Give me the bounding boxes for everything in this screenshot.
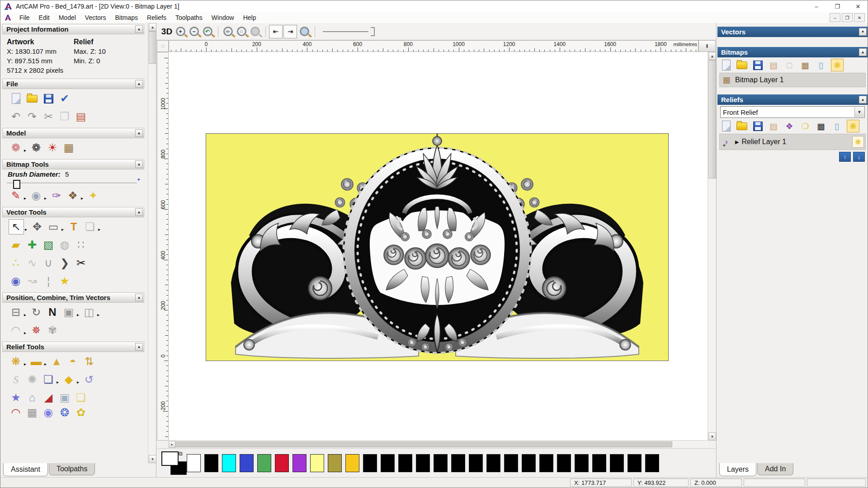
mirror-vectors-icon[interactable]: ¦ [41,274,56,288]
delete-layer-icon[interactable]: ▯ [815,59,827,71]
scroll-up-icon[interactable]: ▲ [708,52,716,60]
collapse-ruler-button[interactable]: ▾▾ [698,40,716,52]
menu-bitmaps[interactable]: Bitmaps [111,13,143,22]
line-width-slider[interactable] [323,27,375,36]
flyout-arrow-icon[interactable]: ▸ [44,361,47,366]
assistant-scrollbar[interactable]: ▲ ▼ [148,23,156,463]
block-copy-icon[interactable]: ✚ [25,238,39,252]
flyout-arrow-icon[interactable]: ▸ [25,227,27,232]
close-button[interactable]: ✕ [848,0,868,12]
group-vectors-icon[interactable]: ▣ [61,305,76,319]
join-vectors-icon[interactable]: ◠ [9,323,23,338]
collapse-button[interactable]: ▲ [135,80,143,88]
palette-swatch-1[interactable] [204,454,218,472]
align-vectors-icon[interactable]: ⊟ [9,305,23,319]
scroll-down-icon[interactable]: ▼ [149,455,156,463]
shape-editor-icon[interactable]: ◆ [61,372,76,387]
carve-wedge-icon[interactable]: ◢ [41,390,56,405]
flyout-arrow-icon[interactable]: ▸ [24,312,26,317]
collapse-button[interactable]: ▲ [135,25,143,33]
palette-swatch-24[interactable] [610,454,624,472]
flyout-arrow-icon[interactable]: ▸ [24,196,26,201]
flyout-arrow-icon[interactable]: ▸ [97,312,99,317]
previous-view-icon[interactable]: ⇤ [269,25,283,38]
zoom-objects-icon[interactable] [249,25,261,38]
fit-vectors-icon[interactable]: ✵ [29,323,43,338]
palette-swatch-13[interactable] [416,454,430,472]
fit-curves-icon[interactable]: ∪ [41,256,56,270]
toggle-all-visibility-icon[interactable]: ❋ [831,59,844,71]
menu-edit[interactable]: Edit [34,13,54,22]
emboss-relief-icon[interactable]: ▣ [57,390,72,405]
minimize-button[interactable]: – [806,0,827,12]
new-model-icon[interactable] [9,91,23,106]
invert-relief-icon[interactable]: ◓ [66,354,80,369]
stack-layers-icon[interactable]: ❖ [783,120,795,132]
basket-weave-icon[interactable]: ▦ [25,406,39,418]
reset-relief-icon[interactable]: ▬ [29,354,43,369]
palette-swatch-10[interactable] [363,454,377,472]
collapse-button[interactable]: ▲ [135,343,143,351]
new-bitmap-layer-icon[interactable] [720,59,732,71]
palette-swatch-18[interactable] [504,454,518,472]
palette-swatch-12[interactable] [398,454,412,472]
paste-icon[interactable]: ▤ [74,109,88,124]
relief-preview-icon[interactable]: ▦ [815,120,827,132]
paint-icon[interactable]: ✎ [9,188,23,203]
flyout-arrow-icon[interactable]: ▸ [24,361,26,366]
next-view-icon[interactable]: ⇥ [283,25,297,38]
greyscale-model-icon[interactable]: ❁ [29,141,43,155]
colour-picker-icon[interactable]: ✑ [49,188,64,203]
create-text-icon[interactable]: T [66,220,81,234]
flyout-arrow-icon[interactable]: ▸ [77,312,79,317]
move-layer-down-icon[interactable]: ↓ [853,152,865,162]
link-colours-icon[interactable]: ⧉ [179,450,183,457]
palette-swatch-8[interactable] [328,454,342,472]
tab-add-in[interactable]: Add In [757,463,793,475]
palette-swatch-5[interactable] [275,454,289,472]
palette-swatch-19[interactable] [522,454,536,472]
preview-icon[interactable] [298,25,311,38]
delete-relief-layer-icon[interactable]: ▯ [831,120,843,132]
bitmap-layer-row[interactable]: ▦ Bitmap Layer 1 [719,73,866,87]
palette-swatch-3[interactable] [240,454,254,472]
vectors-header[interactable]: Vectors ▼ [717,27,868,37]
weld-vectors-icon[interactable]: ◫ [82,305,96,319]
palette-swatch-16[interactable] [469,454,483,472]
bitmaps-header[interactable]: Bitmaps ▲ [717,47,868,57]
copy-icon[interactable]: ❐ [57,109,72,124]
current-colours[interactable]: ⧉ [161,451,185,475]
trim-scissors-icon[interactable]: ✂ [74,256,88,270]
add-bridge-icon[interactable]: ⌂ [25,390,39,405]
palette-swatch-26[interactable] [645,454,659,472]
zoom-in-icon[interactable]: + [174,25,187,38]
notes-icon[interactable]: ▤ [768,59,779,71]
blank-layer-icon[interactable]: □ [783,59,795,71]
palette-swatch-6[interactable] [292,454,307,472]
set-model-size-icon[interactable]: ❁ [9,141,23,155]
flyout-arrow-icon[interactable]: ▸ [81,196,83,201]
relief-select-combobox[interactable]: Front Relief ▼ [720,106,865,118]
select-vectors-icon[interactable]: ↖ [9,219,24,235]
zoom-box-icon[interactable]: ▭ [222,25,234,38]
undo-icon[interactable]: ↶ [9,109,23,124]
open-model-icon[interactable] [25,91,39,106]
scroll-down-icon[interactable]: ▼ [708,432,716,441]
preferences-icon[interactable]: ✔ [57,91,72,106]
toggle-all-visibility-icon[interactable]: ❋ [847,120,859,132]
flyout-arrow-icon[interactable]: ▸ [24,148,26,153]
mdi-minimize-button[interactable]: – [830,13,840,22]
pane-toggle-icon[interactable]: ▸ [169,441,175,448]
palette-swatch-7[interactable] [310,454,324,472]
create-dome-icon[interactable]: ◉ [9,274,23,288]
mdi-restore-button[interactable]: ❐ [842,13,853,22]
zoom-previous-icon[interactable]: ↶ [201,25,214,38]
slider-handle[interactable] [371,27,375,36]
two-rail-sweep-icon[interactable]: ✿ [74,406,88,418]
drawing-viewport[interactable] [169,52,708,441]
palette-swatch-20[interactable] [539,454,553,472]
offset-vectors-icon[interactable]: ❏ [83,220,97,234]
sculpt-icon[interactable]: S [9,372,23,387]
menu-toolpaths[interactable]: Toolpaths [171,13,207,22]
scale-relief-icon[interactable]: ⇅ [82,354,96,369]
